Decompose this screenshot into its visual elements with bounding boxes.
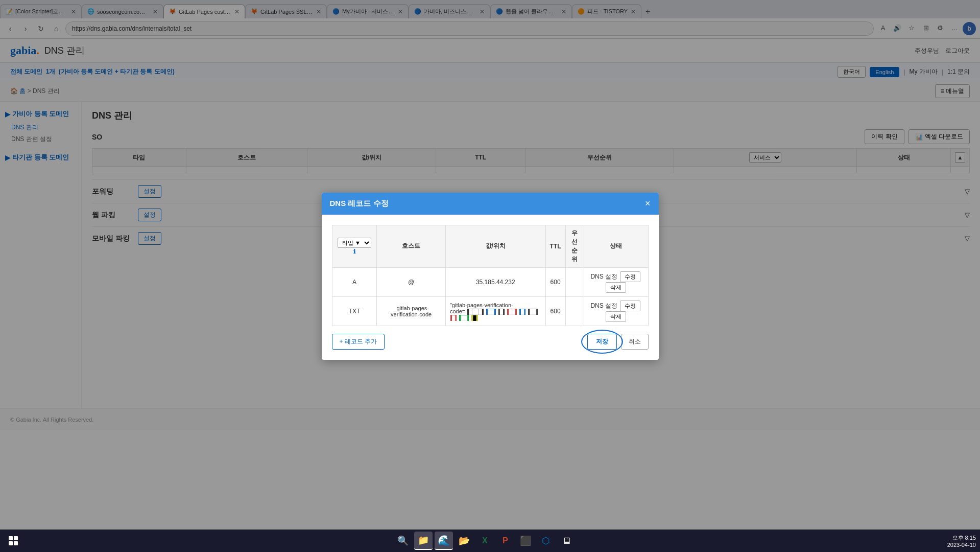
redacted-6: ██ [528,309,538,315]
modal-actions: 저장 취소 [587,334,649,350]
modal-col-ttl: TTL [545,225,565,267]
txt-value-text-2: code= [450,308,465,314]
taskbar: 🔍 📁 🌊 📂 X P ⬛ ⬡ 🖥 오후 8:15 2023-04-10 [0,530,980,532]
modal-status-text-2: DNS 설정 [590,302,617,309]
modal-cell-priority-2 [565,296,584,326]
modal-delete-btn-2[interactable]: 삭제 [606,311,626,322]
add-record-button[interactable]: + 레코드 추가 [332,334,385,350]
redacted-5: █ [519,309,525,315]
modal-cell-status-1: DNS 설정 수정 삭제 [584,267,648,296]
modal-cell-host-2: _gitlab-pages-verification-code [377,296,446,326]
modal-cancel-button[interactable]: 취소 [621,334,649,350]
modal-footer: + 레코드 추가 저장 취소 [332,334,649,350]
txt-value-text: "gitlab-pages-verification- [450,302,513,308]
modal-col-status: 상태 [584,225,648,267]
redacted-9: █ [471,315,477,321]
modal-col-value: 값/위치 [445,225,545,267]
redacted-8: ██ [459,315,469,321]
modal-delete-btn-1[interactable]: 삭제 [606,282,626,293]
modal-col-priority: 우선순위 [565,225,584,267]
dns-record-modal: DNS 레코드 수정 × 타입 ▼ ℹ 호스트 값/위치 TTL [322,193,659,360]
modal-edit-btn-2[interactable]: 수정 [620,301,640,311]
type-select[interactable]: 타입 ▼ [338,238,371,248]
redacted-1: ████ [467,309,484,315]
modal-cell-status-2: DNS 설정 수정 삭제 [584,296,648,326]
modal-col-host: 호스트 [377,225,446,267]
redacted-4: ██ [507,309,517,315]
modal-cell-type-1: A [332,267,377,296]
modal-table: 타입 ▼ ℹ 호스트 값/위치 TTL 우선순위 상태 A [332,225,649,326]
modal-cell-ttl-1: 600 [545,267,565,296]
modal-col-type: 타입 ▼ ℹ [332,225,377,267]
modal-table-row-1: A @ 35.185.44.232 600 DNS 설정 수정 삭제 [332,267,648,296]
modal-cell-type-2: TXT [332,296,377,326]
modal-header: DNS 레코드 수정 × [322,193,659,215]
redacted-3: █ [498,309,505,315]
modal-edit-btn-1[interactable]: 수정 [620,271,640,282]
redacted-2: ██ [486,309,496,315]
modal-cell-host-1: @ [377,267,446,296]
modal-save-button[interactable]: 저장 [587,334,617,350]
modal-title: DNS 레코드 수정 [330,199,389,209]
info-icon[interactable]: ℹ [353,248,355,255]
save-button-container: 저장 [587,334,617,350]
modal-close-button[interactable]: × [645,199,651,208]
redacted-7: █ [450,315,457,321]
modal-cell-value-1: 35.185.44.232 [445,267,545,296]
modal-overlay: DNS 레코드 수정 × 타입 ▼ ℹ 호스트 값/위치 TTL [0,0,980,532]
modal-status-text-1: DNS 설정 [590,273,617,280]
modal-cell-ttl-2: 600 [545,296,565,326]
modal-cell-priority-1 [565,267,584,296]
modal-table-row-2: TXT _gitlab-pages-verification-code "git… [332,296,648,326]
modal-cell-value-2: "gitlab-pages-verification- code= ████ █… [445,296,545,326]
modal-body: 타입 ▼ ℹ 호스트 값/위치 TTL 우선순위 상태 A [322,215,659,360]
